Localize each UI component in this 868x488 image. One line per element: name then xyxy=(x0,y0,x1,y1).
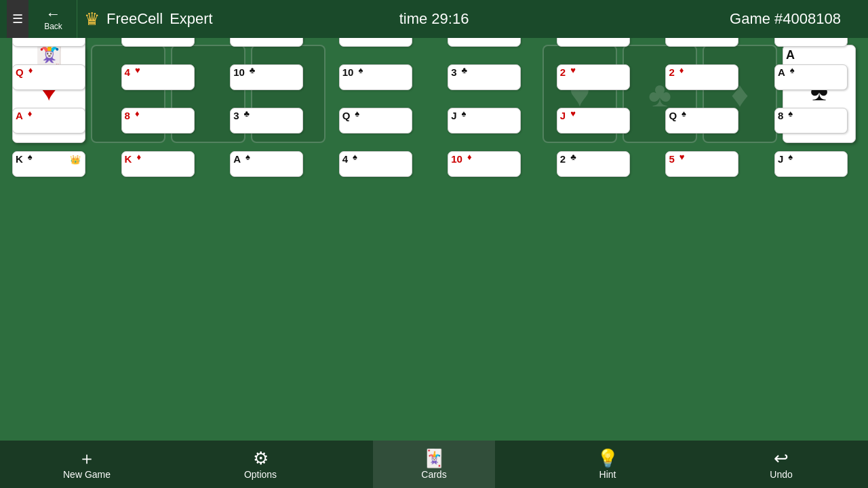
card-10-spades[interactable]: 10♠ xyxy=(339,64,412,90)
card-2-diamonds[interactable]: 2♦ xyxy=(665,64,738,90)
timer-value: 29:16 xyxy=(431,10,469,27)
card-Q-diamonds[interactable]: Q♦ xyxy=(12,64,85,90)
game-title: ♛ FreeCell Expert xyxy=(84,9,213,30)
card-10-clubs[interactable]: 10♣ xyxy=(230,64,303,90)
options-button[interactable]: ⚙ Options xyxy=(199,441,321,488)
card-A-spades-2[interactable]: A♠ xyxy=(774,64,848,90)
crown-icon: ♛ xyxy=(84,9,100,30)
card-J-hearts[interactable]: J♥ xyxy=(557,108,630,134)
hint-label: Hint xyxy=(599,469,616,480)
plus-icon: ＋ xyxy=(78,449,96,467)
gear-icon: ⚙ xyxy=(253,449,269,467)
card-Q-spades-2[interactable]: Q♠ xyxy=(665,108,738,134)
cards-button[interactable]: 🃏 Cards xyxy=(373,441,495,488)
undo-button[interactable]: ↩ Undo xyxy=(720,441,842,488)
card-8-diamonds[interactable]: 8♦ xyxy=(121,108,195,134)
cards-label: Cards xyxy=(421,469,446,480)
menu-button[interactable]: ☰ xyxy=(7,0,28,38)
card-8-spades[interactable]: 8♠ xyxy=(774,108,848,134)
hint-icon: 💡 xyxy=(597,449,618,467)
card-K-diamonds[interactable]: K♦ xyxy=(121,151,195,177)
new-game-label: New Game xyxy=(63,469,111,480)
card-3-clubs[interactable]: 3♣ xyxy=(230,108,303,134)
card-5-hearts[interactable]: 5♥ xyxy=(665,151,738,177)
back-button[interactable]: ← Back xyxy=(30,0,77,38)
card-10-diamonds[interactable]: 10♦ xyxy=(448,151,521,177)
card-3-clubs-2[interactable]: 3♣ xyxy=(448,64,521,90)
game-number: Game #4008108 xyxy=(730,10,841,28)
game-area: 9 ♥ ♥ ♣ ♦ A xyxy=(0,38,868,454)
timer-label: time xyxy=(399,10,428,27)
header: ☰ ← Back ♛ FreeCell Expert time 29:16 Ga… xyxy=(0,0,868,38)
card-Q-spades[interactable]: Q♠ xyxy=(339,108,412,134)
back-arrow-icon: ← xyxy=(46,7,61,22)
card-2-clubs[interactable]: 2♣ xyxy=(557,151,630,177)
options-label: Options xyxy=(244,469,277,480)
difficulty-label: Expert xyxy=(170,10,213,28)
card-J-spades[interactable]: J♠ xyxy=(448,108,521,134)
card-4-hearts[interactable]: 4♥ xyxy=(121,64,195,90)
card-A-diamonds[interactable]: A♦ xyxy=(12,108,85,134)
new-game-button[interactable]: ＋ New Game xyxy=(26,441,148,488)
undo-icon: ↩ xyxy=(774,449,789,467)
bottom-bar: ＋ New Game ⚙ Options 🃏 Cards 💡 Hint ↩ Un… xyxy=(0,441,868,488)
card-K-spades[interactable]: K♠ 👑 xyxy=(12,151,85,177)
foundation-rank: A xyxy=(786,48,795,62)
game-name: FreeCell xyxy=(106,10,163,28)
card-A-spades[interactable]: A♠ xyxy=(230,151,303,177)
card-2-hearts[interactable]: 2♥ xyxy=(557,64,630,90)
cards-icon: 🃏 xyxy=(423,449,445,467)
card-4-spades[interactable]: 4♠ xyxy=(339,151,412,177)
undo-label: Undo xyxy=(770,469,792,480)
hint-button[interactable]: 💡 Hint xyxy=(547,441,669,488)
card-J-spades-2[interactable]: J♠ xyxy=(774,151,848,177)
timer: time 29:16 xyxy=(399,10,469,28)
back-label: Back xyxy=(44,22,62,31)
